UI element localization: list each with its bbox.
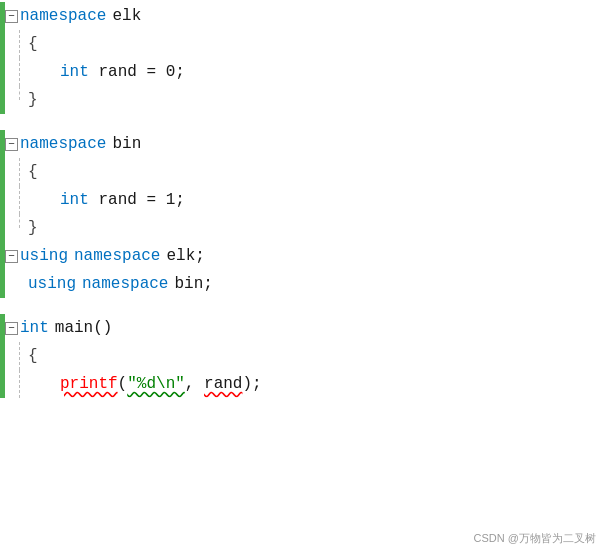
bin-rand-var: rand = 1; (98, 191, 184, 209)
kw-using-2: using (28, 275, 76, 293)
printf-paren-close: ); (242, 375, 261, 393)
spacer-1 (0, 114, 604, 130)
ns-name-elk: elk (112, 7, 141, 25)
kw-int-1: int (60, 63, 89, 81)
spacer-2 (0, 298, 604, 314)
bin-brace-open: { (20, 163, 38, 181)
printf-fn: printf (60, 375, 118, 393)
elk-vline3 (19, 86, 20, 100)
elk-open-brace: { (0, 30, 604, 58)
ns-name-bin: bin (112, 135, 141, 153)
kw-using-1: using (20, 247, 68, 265)
namespace-elk-block: − namespace elk { int rand = 0; } (0, 2, 604, 114)
kw-namespace-4: namespace (82, 275, 168, 293)
collapse-btn-main[interactable]: − (5, 322, 18, 335)
kw-int-2: int (60, 191, 89, 209)
bin-int-rand: int rand = 1; (20, 191, 185, 209)
bin-open-brace: { (0, 158, 604, 186)
code-editor: − namespace elk { int rand = 0; } (0, 2, 604, 550)
watermark: CSDN @万物皆为二叉树 (474, 531, 596, 546)
namespace-bin-block: − namespace bin { int rand = 1; } − usin… (0, 130, 604, 298)
collapse-btn-elk[interactable]: − (5, 10, 18, 23)
printf-rand: rand (204, 375, 242, 393)
elk-body-line: int rand = 0; (0, 58, 604, 86)
main-open-brace: { (0, 342, 604, 370)
using-elk-line: − using namespace elk; (0, 242, 604, 270)
kw-namespace-1: namespace (20, 7, 106, 25)
namespace-bin-header: − namespace bin (0, 130, 604, 158)
kw-int-main: int (20, 319, 49, 337)
elk-close-brace: } (0, 86, 604, 114)
bin-body-line: int rand = 1; (0, 186, 604, 214)
namespace-elk-header: − namespace elk (0, 2, 604, 30)
elk-int-rand: int rand = 0; (20, 63, 185, 81)
printf-comma: , (185, 375, 204, 393)
collapse-btn-using[interactable]: − (5, 250, 18, 263)
elk-brace-close: } (20, 91, 38, 109)
using-elk-name: elk; (166, 247, 204, 265)
using-bin-name: bin; (174, 275, 212, 293)
using-bin-line: using namespace bin; (0, 270, 604, 298)
bin-brace-close: } (20, 219, 38, 237)
main-func-block: − int main() { printf ( "%d\n" , rand ); (0, 314, 604, 398)
main-func-name: main() (55, 319, 113, 337)
main-func-header: − int main() (0, 314, 604, 342)
elk-rand-var: rand = 0; (98, 63, 184, 81)
kw-namespace-3: namespace (74, 247, 160, 265)
printf-line: printf ( "%d\n" , rand ); (0, 370, 604, 398)
printf-paren-open: ( (118, 375, 128, 393)
collapse-btn-bin[interactable]: − (5, 138, 18, 151)
main-brace-open: { (20, 347, 38, 365)
elk-brace-open: { (20, 35, 38, 53)
bin-close-brace: } (0, 214, 604, 242)
kw-namespace-2: namespace (20, 135, 106, 153)
printf-content: printf ( "%d\n" , rand ); (0, 375, 262, 393)
bin-vline3 (19, 214, 20, 228)
printf-format: "%d\n" (127, 375, 185, 393)
